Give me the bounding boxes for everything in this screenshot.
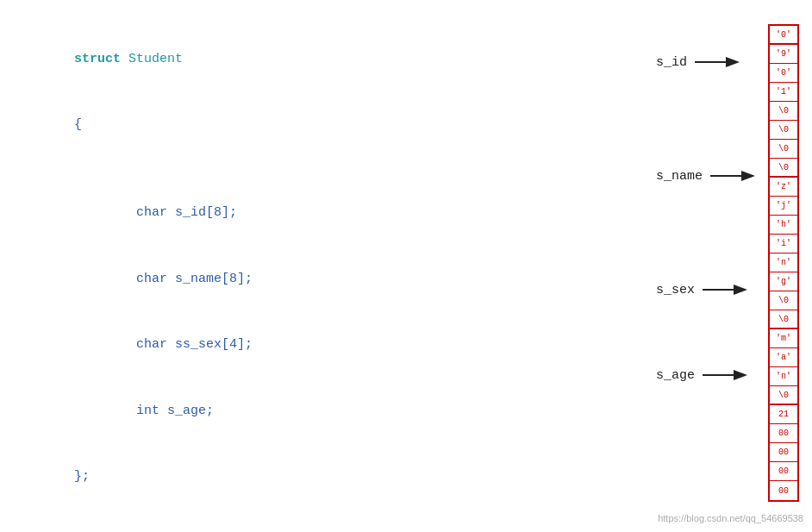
s-id-label: s_id (656, 53, 742, 72)
code-line-1: struct Student (43, 26, 315, 92)
mem-cell-sid-3: '1' (770, 83, 797, 102)
mem-cell-sname-0: 'z' (770, 178, 797, 197)
mem-cell-sname-2: 'h' (770, 216, 797, 235)
mem-cell-sage-1: 00 (770, 424, 797, 443)
mem-cell-sid-5: \0 (770, 121, 797, 140)
memory-cells: '0' '9' '0' '1' \0 \0 \0 \0 'z' 'j' 'h' … (768, 24, 799, 502)
mem-cell-ssex-1: 'a' (770, 348, 797, 367)
mem-cell-sage-3: 00 (770, 462, 797, 481)
code-line-2: { (43, 92, 315, 159)
field-s-id: char s_id[8]; (74, 205, 237, 220)
field-ss-sex: char ss_sex[4]; (74, 337, 253, 352)
mem-cell-ssex-3: \0 (770, 386, 797, 405)
mem-cell-sage-2: 00 (770, 443, 797, 462)
mem-cell-sid-1: '9' (770, 45, 797, 64)
s-name-label-row: s_name (656, 100, 758, 252)
watermark: https://blog.csdn.net/qq_54669538 (658, 513, 803, 523)
mem-cell-ssex-2: 'n' (770, 367, 797, 386)
mem-cell-sage-4: 00 (770, 481, 797, 500)
s-sex-label: s_sex (656, 280, 750, 299)
s-name-arrow (710, 166, 758, 185)
code-line-3 (43, 158, 315, 180)
mem-cell-sid-0: '0' (770, 26, 797, 45)
mem-cell-sid-2: '0' (770, 64, 797, 83)
mem-cell-sname-3: 'i' (770, 235, 797, 253)
mem-cell-sname-4: 'n' (770, 253, 797, 272)
struct-end: }; (74, 469, 90, 484)
code-area: struct Student { char s_id[8]; char s_na… (43, 26, 315, 532)
s-id-arrow (695, 53, 742, 72)
code-line-7: int s_age; (43, 378, 315, 444)
memory-diagram: s_id s_name (656, 24, 799, 502)
mem-cell-sname-7: \0 (770, 310, 797, 329)
s-age-label: s_age (656, 366, 750, 385)
code-line-4: char s_id[8]; (43, 180, 315, 247)
keyword-struct: struct (74, 52, 128, 66)
brace-open: { (74, 117, 82, 132)
s-age-arrow (703, 366, 750, 385)
mem-cell-sid-6: \0 (770, 140, 797, 159)
mem-cell-sname-5: 'g' (770, 272, 797, 291)
mem-cell-sid-7: \0 (770, 159, 797, 178)
mem-cell-sname-6: \0 (770, 291, 797, 310)
code-line-6: char ss_sex[4]; (43, 312, 315, 379)
mem-cell-sid-4: \0 (770, 102, 797, 121)
s-id-label-row: s_id (656, 24, 758, 100)
s-sex-arrow (703, 280, 750, 299)
s-age-label-row: s_age (656, 328, 758, 422)
type-student: Student (128, 52, 183, 66)
mem-cell-sname-1: 'j' (770, 197, 797, 216)
field-s-name: char s_name[8]; (74, 272, 253, 286)
s-sex-label-row: s_sex (656, 252, 758, 328)
mem-cell-ssex-0: 'm' (770, 329, 797, 348)
memory-labels: s_id s_name (656, 24, 758, 422)
s-name-label: s_name (656, 166, 758, 185)
code-line-5: char s_name[8]; (43, 246, 315, 312)
field-s-age: int s_age; (74, 404, 214, 418)
code-line-8: }; (43, 444, 315, 510)
mem-cell-sage-0: 21 (770, 405, 797, 424)
code-line-9: int main() (43, 510, 315, 532)
